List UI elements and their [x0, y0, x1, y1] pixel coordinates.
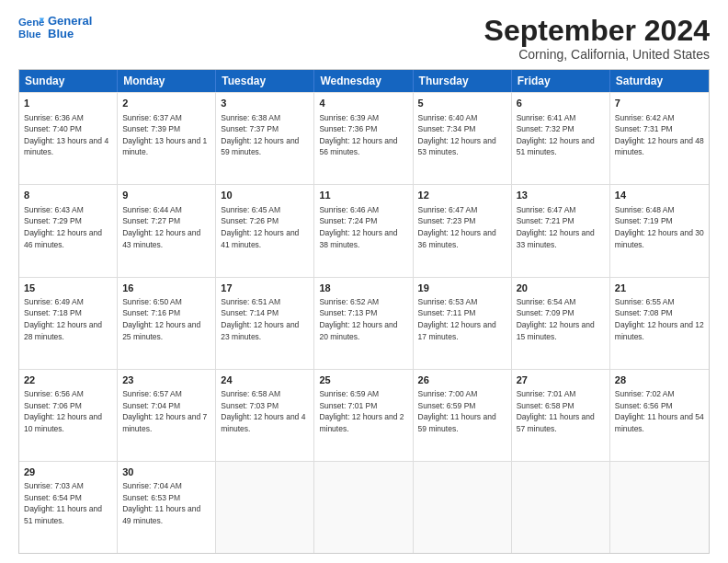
day-21: 21 Sunrise: 6:55 AMSunset: 7:08 PMDaylig… — [610, 278, 709, 369]
day-29: 29 Sunrise: 7:03 AMSunset: 6:54 PMDaylig… — [19, 462, 118, 553]
header-saturday: Saturday — [610, 70, 709, 92]
logo-line1: General — [48, 15, 92, 28]
week-row-3: 15 Sunrise: 6:49 AMSunset: 7:18 PMDaylig… — [19, 277, 709, 369]
calendar: Sunday Monday Tuesday Wednesday Thursday… — [18, 69, 710, 554]
day-empty-5 — [512, 462, 610, 553]
day-11: 11 Sunrise: 6:46 AMSunset: 7:24 PMDaylig… — [314, 185, 413, 276]
week-row-5: 29 Sunrise: 7:03 AMSunset: 6:54 PMDaylig… — [19, 461, 709, 553]
day-14: 14 Sunrise: 6:48 AMSunset: 7:19 PMDaylig… — [610, 185, 709, 276]
header-thursday: Thursday — [414, 70, 512, 92]
day-3: 3 Sunrise: 6:38 AMSunset: 7:37 PMDayligh… — [216, 93, 314, 184]
week-row-2: 8 Sunrise: 6:43 AMSunset: 7:29 PMDayligh… — [19, 184, 709, 276]
day-13: 13 Sunrise: 6:47 AMSunset: 7:21 PMDaylig… — [512, 185, 610, 276]
day-28: 28 Sunrise: 7:02 AMSunset: 6:56 PMDaylig… — [610, 370, 709, 461]
header-tuesday: Tuesday — [216, 70, 314, 92]
week-row-1: 1Sunrise: 6:36 AMSunset: 7:40 PMDaylight… — [19, 92, 709, 184]
day-27: 27 Sunrise: 7:01 AMSunset: 6:58 PMDaylig… — [512, 370, 610, 461]
logo: General Blue General Blue — [18, 15, 92, 41]
day-4: 4 Sunrise: 6:39 AMSunset: 7:36 PMDayligh… — [314, 93, 413, 184]
day-empty-3 — [314, 462, 413, 553]
page-header: General Blue General Blue September 2024… — [18, 15, 710, 62]
header-sunday: Sunday — [19, 70, 118, 92]
day-6: 6 Sunrise: 6:41 AMSunset: 7:32 PMDayligh… — [512, 93, 610, 184]
day-9: 9 Sunrise: 6:44 AMSunset: 7:27 PMDayligh… — [118, 185, 216, 276]
header-friday: Friday — [512, 70, 610, 92]
day-18: 18 Sunrise: 6:52 AMSunset: 7:13 PMDaylig… — [314, 278, 413, 369]
day-12: 12 Sunrise: 6:47 AMSunset: 7:23 PMDaylig… — [414, 185, 512, 276]
week-row-4: 22 Sunrise: 6:56 AMSunset: 7:06 PMDaylig… — [19, 369, 709, 461]
day-empty-4 — [414, 462, 512, 553]
logo-line2: Blue — [48, 28, 92, 40]
svg-text:Blue: Blue — [18, 29, 41, 40]
day-26: 26 Sunrise: 7:00 AMSunset: 6:59 PMDaylig… — [414, 370, 512, 461]
day-16: 16 Sunrise: 6:50 AMSunset: 7:16 PMDaylig… — [118, 278, 216, 369]
day-25: 25 Sunrise: 6:59 AMSunset: 7:01 PMDaylig… — [314, 370, 413, 461]
main-title: September 2024 — [484, 15, 710, 47]
header-monday: Monday — [118, 70, 216, 92]
logo-icon: General Blue — [18, 15, 44, 40]
day-7: 7 Sunrise: 6:42 AMSunset: 7:31 PMDayligh… — [610, 93, 709, 184]
day-15: 15 Sunrise: 6:49 AMSunset: 7:18 PMDaylig… — [19, 278, 118, 369]
day-8: 8 Sunrise: 6:43 AMSunset: 7:29 PMDayligh… — [19, 185, 118, 276]
subtitle: Corning, California, United States — [484, 47, 710, 62]
day-empty-6 — [610, 462, 709, 553]
day-empty-2 — [216, 462, 314, 553]
day-23: 23 Sunrise: 6:57 AMSunset: 7:04 PMDaylig… — [118, 370, 216, 461]
day-24: 24 Sunrise: 6:58 AMSunset: 7:03 PMDaylig… — [216, 370, 314, 461]
day-10: 10 Sunrise: 6:45 AMSunset: 7:26 PMDaylig… — [216, 185, 314, 276]
calendar-header: Sunday Monday Tuesday Wednesday Thursday… — [19, 70, 709, 92]
title-block: September 2024 Corning, California, Unit… — [484, 15, 710, 62]
calendar-body: 1Sunrise: 6:36 AMSunset: 7:40 PMDaylight… — [19, 92, 709, 553]
day-1: 1Sunrise: 6:36 AMSunset: 7:40 PMDaylight… — [19, 93, 118, 184]
header-wednesday: Wednesday — [314, 70, 413, 92]
day-17: 17 Sunrise: 6:51 AMSunset: 7:14 PMDaylig… — [216, 278, 314, 369]
calendar-page: General Blue General Blue September 2024… — [0, 0, 728, 563]
day-20: 20 Sunrise: 6:54 AMSunset: 7:09 PMDaylig… — [512, 278, 610, 369]
day-19: 19 Sunrise: 6:53 AMSunset: 7:11 PMDaylig… — [414, 278, 512, 369]
day-30: 30 Sunrise: 7:04 AMSunset: 6:53 PMDaylig… — [118, 462, 216, 553]
day-22: 22 Sunrise: 6:56 AMSunset: 7:06 PMDaylig… — [19, 370, 118, 461]
day-2: 2 Sunrise: 6:37 AMSunset: 7:39 PMDayligh… — [118, 93, 216, 184]
day-5: 5 Sunrise: 6:40 AMSunset: 7:34 PMDayligh… — [414, 93, 512, 184]
